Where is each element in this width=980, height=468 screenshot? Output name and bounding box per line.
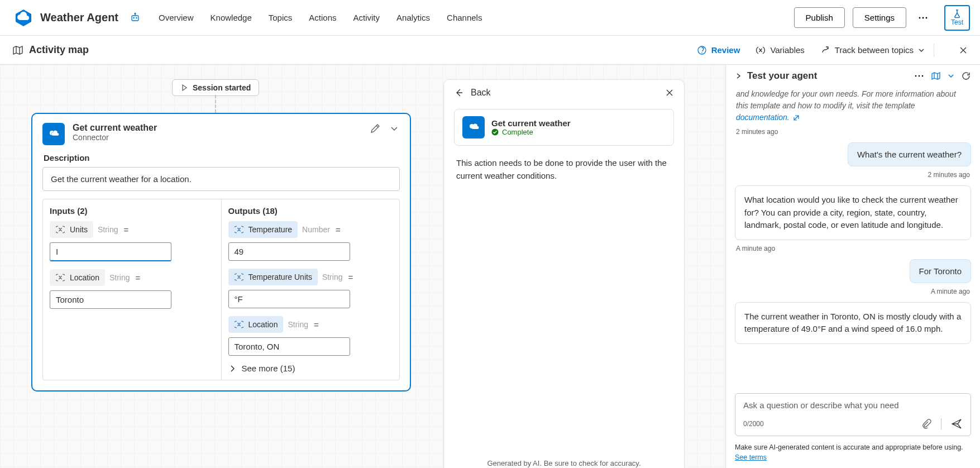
output-chip[interactable]: Temperature Units (228, 269, 318, 285)
input-row-units: Units String = (50, 221, 214, 238)
output-value-temperature[interactable]: 49 (228, 242, 350, 261)
chevron-right-icon (228, 365, 236, 373)
more-icon[interactable] (914, 71, 924, 81)
svg-point-4 (136, 17, 137, 18)
chat-input-placeholder: Ask a question or describe what you need (743, 400, 963, 410)
svg-point-7 (926, 17, 928, 18)
back-button[interactable]: Back (471, 88, 491, 98)
bot-message: The current weather in Toronto, ON is mo… (735, 302, 971, 344)
map-icon (12, 45, 23, 56)
svg-point-13 (915, 75, 917, 77)
connector-card[interactable]: Get current weather Connector Descriptio… (31, 113, 411, 391)
outputs-header: Outputs (18) (228, 206, 393, 216)
svg-point-14 (919, 75, 920, 77)
timestamp: 2 minutes ago (736, 171, 970, 179)
test-button[interactable]: Test (944, 5, 970, 31)
input-row-location: Location String = (50, 269, 214, 286)
map-icon[interactable] (931, 71, 941, 81)
svg-point-5 (919, 17, 921, 18)
track-between-topics-button[interactable]: Track between topics (820, 45, 925, 55)
activity-map-title: Activity map (29, 44, 89, 56)
description-label: Description (44, 153, 400, 163)
input-type: String (109, 273, 130, 282)
timestamp: A minute ago (736, 288, 970, 295)
detail-footer: Generated by AI. Be sure to check for ac… (444, 452, 684, 468)
nav-tabs: Overview Knowledge Topics Actions Activi… (159, 13, 482, 22)
documentation-link[interactable]: documentation. (736, 113, 790, 122)
input-type: String (98, 225, 118, 234)
weather-icon (462, 116, 485, 139)
see-terms-link[interactable]: See terms (735, 453, 767, 461)
weather-icon (42, 123, 65, 145)
variable-icon (55, 225, 65, 235)
description-text: Get the current weather for a location. (42, 167, 400, 191)
svg-point-9 (701, 52, 702, 53)
app-title: Weather Agent (40, 11, 118, 24)
settings-button[interactable]: Settings (853, 7, 906, 28)
input-value-units[interactable]: I (50, 242, 171, 261)
attach-icon[interactable] (921, 418, 932, 429)
secondary-bar: Activity map Review Variables Track betw… (0, 36, 980, 65)
nav-topics[interactable]: Topics (269, 13, 293, 22)
timestamp: A minute ago (736, 245, 970, 252)
bot-message: What location would you like to check th… (735, 185, 971, 240)
variables-button[interactable]: Variables (756, 45, 804, 55)
close-icon[interactable] (959, 46, 968, 55)
edit-icon[interactable] (370, 123, 381, 134)
svg-rect-1 (132, 16, 138, 21)
detail-title: Get current weather (491, 118, 571, 128)
output-row-location: Location String = (228, 316, 393, 333)
input-value-location[interactable]: Toronto (50, 290, 171, 309)
test-label: Test (951, 18, 963, 26)
external-link-icon (793, 114, 800, 121)
variable-icon (756, 45, 766, 55)
detail-card: Get current weather Complete (454, 109, 674, 146)
output-value-location[interactable]: Toronto, ON (228, 337, 350, 356)
card-subtitle: Connector (73, 133, 362, 142)
output-chip[interactable]: Location (228, 316, 284, 333)
check-icon (491, 128, 499, 136)
chevron-down-icon[interactable] (389, 123, 400, 134)
inputs-header: Inputs (2) (50, 206, 214, 216)
nav-overview[interactable]: Overview (159, 13, 194, 22)
chat-input[interactable]: Ask a question or describe what you need… (735, 393, 971, 436)
output-value-temp-units[interactable]: °F (228, 290, 350, 308)
nav-analytics[interactable]: Analytics (396, 13, 430, 22)
disclaimer: Make sure AI-generated content is accura… (726, 440, 980, 468)
variable-icon (234, 272, 244, 282)
nav-channels[interactable]: Channels (447, 13, 482, 22)
svg-point-3 (133, 17, 134, 18)
input-chip[interactable]: Units (50, 221, 93, 238)
input-chip[interactable]: Location (50, 269, 105, 286)
chevron-down-icon (918, 47, 925, 54)
see-more-button[interactable]: See more (15) (228, 364, 393, 373)
chevron-down-icon[interactable] (948, 73, 954, 79)
chevron-right-icon[interactable] (735, 73, 742, 79)
review-button[interactable]: Review (697, 45, 740, 55)
nav-actions[interactable]: Actions (309, 13, 336, 22)
variable-icon (234, 225, 244, 235)
publish-button[interactable]: Publish (794, 7, 845, 28)
more-icon[interactable] (914, 9, 932, 27)
close-icon[interactable] (665, 88, 674, 97)
variable-icon (55, 273, 65, 283)
nav-activity[interactable]: Activity (353, 13, 380, 22)
chat-scroll[interactable]: and knowledge for your own needs. For mo… (726, 87, 980, 389)
char-count: 0/2000 (743, 420, 764, 428)
nav-knowledge[interactable]: Knowledge (211, 13, 252, 22)
back-arrow-icon[interactable] (454, 88, 464, 98)
test-panel: Test your agent and knowledge for your o… (725, 65, 980, 468)
app-logo-icon (15, 9, 32, 27)
user-message: What's the current weather? (848, 142, 971, 166)
svg-point-6 (922, 17, 924, 18)
canvas[interactable]: Session started Get current weather Conn… (0, 65, 725, 468)
send-icon[interactable] (950, 418, 963, 430)
top-bar: Weather Agent Overview Knowledge Topics … (0, 0, 980, 36)
output-chip[interactable]: Temperature (228, 221, 298, 238)
svg-point-15 (922, 75, 924, 77)
output-row-temp-units: Temperature Units String = (228, 269, 393, 285)
timestamp: 2 minutes ago (736, 128, 970, 136)
output-row-temperature: Temperature Number = (228, 221, 393, 238)
test-panel-title: Test your agent (747, 70, 817, 82)
refresh-icon[interactable] (961, 71, 971, 81)
